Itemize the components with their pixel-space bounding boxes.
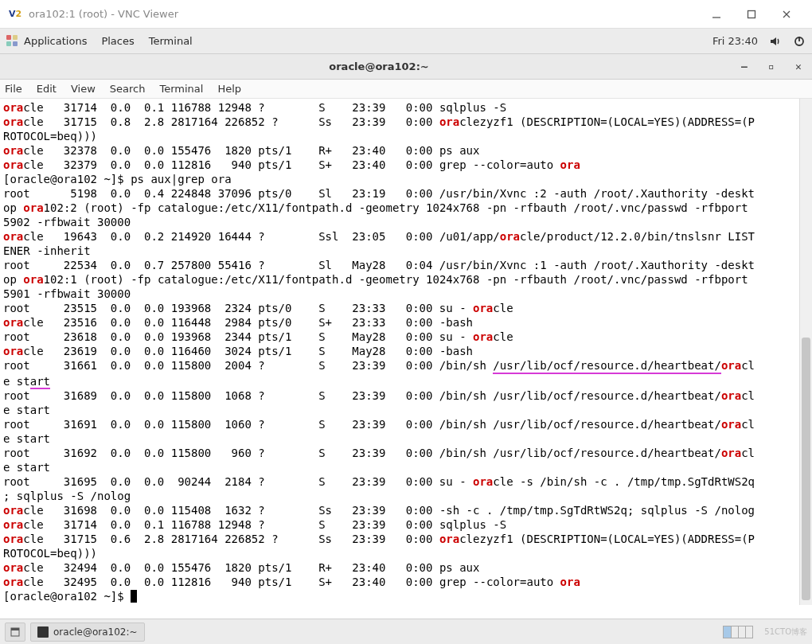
svg-rect-1 xyxy=(748,10,755,18)
gnome-top-panel: Applications Places Terminal Fri 23:40 xyxy=(0,29,812,54)
terminal-line: oracle 31715 0.8 2.8 2817164 226852 ? Ss… xyxy=(3,115,809,129)
terminal-maximize-button[interactable]: ▫ xyxy=(758,54,785,80)
watermark-label: 51CTO博客 xyxy=(764,626,807,638)
terminal-line: [oracle@ora102 ~]$ ps aux|grep ora xyxy=(3,172,809,186)
minimize-button[interactable] xyxy=(699,0,734,29)
terminal-line: ; sqlplus -S /nolog xyxy=(3,489,809,503)
terminal-line: e start xyxy=(3,374,809,388)
terminal-scrollbar[interactable] xyxy=(799,99,812,605)
watermark: 51CTO博客 xyxy=(764,626,807,638)
applications-label: Applications xyxy=(24,35,87,47)
taskbar-item-terminal[interactable]: oracle@ora102:~ xyxy=(30,623,145,642)
vnc-logo-icon: V2 xyxy=(8,7,22,21)
places-menu[interactable]: Places xyxy=(101,35,134,47)
terminal-line: oracle 31698 0.0 0.0 115408 1632 ? Ss 23… xyxy=(3,503,809,517)
terminal-line: root 22534 0.0 0.7 257800 55416 ? Sl May… xyxy=(3,258,809,272)
terminal-line: oracle 19643 0.0 0.2 214920 16444 ? Ssl … xyxy=(3,229,809,244)
terminal-line: oracle 23516 0.0 0.0 116448 2984 pts/0 S… xyxy=(3,315,809,330)
terminal-line: op ora102:1 (root) -fp catalogue:/etc/X1… xyxy=(3,272,809,287)
places-label: Places xyxy=(101,35,134,47)
applications-menu[interactable]: Applications xyxy=(6,35,87,48)
terminal-cursor xyxy=(131,590,137,603)
terminal-menubar: File Edit View Search Terminal Help xyxy=(0,80,812,99)
terminal-line: root 23515 0.0 0.0 193968 2324 pts/0 S 2… xyxy=(3,301,809,315)
terminal-line: oracle 23619 0.0 0.0 116460 3024 pts/1 S… xyxy=(3,344,809,358)
terminal-line: oracle 32379 0.0 0.0 112816 940 pts/1 S+… xyxy=(3,158,809,172)
terminal-line: e start xyxy=(3,403,809,417)
terminal-line: 5901 -rfbwait 30000 xyxy=(3,287,809,301)
terminal-line: ROTOCOL=beq))) xyxy=(3,129,809,143)
terminal-line: e start xyxy=(3,431,809,446)
terminal-line: oracle 31714 0.0 0.1 116788 12948 ? S 23… xyxy=(3,100,809,115)
terminal-line: root 31692 0.0 0.0 115800 960 ? S 23:39 … xyxy=(3,446,809,460)
terminal-line: [oracle@ora102 ~]$ xyxy=(3,589,809,603)
terminal-line: oracle 32378 0.0 0.0 155476 1820 pts/1 R… xyxy=(3,143,809,158)
terminal-titlebar: oracle@ora102:~ — ▫ ✕ xyxy=(0,54,812,80)
volume-icon[interactable] xyxy=(769,35,782,48)
gnome-bottom-panel: oracle@ora102:~ 51CTO博客 xyxy=(0,619,812,644)
terminal-window-title: oracle@ora102:~ xyxy=(27,60,731,72)
terminal-line: root 23618 0.0 0.0 193968 2344 pts/1 S M… xyxy=(3,330,809,344)
terminal-line: oracle 31715 0.6 2.8 2817164 226852 ? Ss… xyxy=(3,532,809,546)
maximize-button[interactable] xyxy=(734,0,769,29)
terminal-icon xyxy=(37,626,49,638)
menu-terminal[interactable]: Terminal xyxy=(159,83,203,95)
menu-help[interactable]: Help xyxy=(217,83,241,95)
menu-file[interactable]: File xyxy=(5,83,22,95)
terminal-line: root 5198 0.0 0.4 224848 37096 pts/0 Sl … xyxy=(3,186,809,201)
menu-edit[interactable]: Edit xyxy=(37,83,57,95)
power-icon[interactable] xyxy=(793,35,806,48)
terminal-line: root 31691 0.0 0.0 115800 1060 ? S 23:39… xyxy=(3,417,809,431)
vnc-titlebar: V2 ora102:1 (root) - VNC Viewer xyxy=(0,0,812,29)
terminal-line: root 31689 0.0 0.0 115800 1068 ? S 23:39… xyxy=(3,388,809,403)
terminal-line: ENER -inherit xyxy=(3,244,809,258)
vnc-window-title: ora102:1 (root) - VNC Viewer xyxy=(29,8,178,20)
terminal-line: 5902 -rfbwait 30000 xyxy=(3,215,809,229)
show-desktop-button[interactable] xyxy=(5,623,25,642)
terminal-line: root 31695 0.0 0.0 90244 2184 ? S 23:39 … xyxy=(3,474,809,489)
svg-rect-7 xyxy=(11,628,19,630)
workspace-switcher[interactable] xyxy=(723,626,753,638)
menu-view[interactable]: View xyxy=(71,83,96,95)
terminal-output[interactable]: oracle 31714 0.0 0.1 116788 12948 ? S 23… xyxy=(0,99,812,605)
terminal-line: e start xyxy=(3,460,809,474)
terminal-line: root 31661 0.0 0.0 115800 2004 ? S 23:39… xyxy=(3,358,809,374)
terminal-line: ROTOCOL=beq))) xyxy=(3,546,809,560)
scrollbar-thumb[interactable] xyxy=(802,338,810,600)
terminal-minimize-button[interactable]: — xyxy=(731,54,758,80)
menu-search[interactable]: Search xyxy=(110,83,146,95)
terminal-close-button[interactable]: ✕ xyxy=(785,54,812,80)
applications-icon xyxy=(6,35,19,48)
taskbar-item-label: oracle@ora102:~ xyxy=(53,626,138,638)
terminal-menu[interactable]: Terminal xyxy=(149,35,193,47)
terminal-line: op ora102:2 (root) -fp catalogue:/etc/X1… xyxy=(3,201,809,215)
terminal-line: oracle 31714 0.0 0.1 116788 12948 ? S 23… xyxy=(3,517,809,532)
close-button[interactable] xyxy=(769,0,804,29)
terminal-line: oracle 32495 0.0 0.0 112816 940 pts/1 S+… xyxy=(3,575,809,589)
terminal-label: Terminal xyxy=(149,35,193,47)
clock-label[interactable]: Fri 23:40 xyxy=(712,35,758,47)
terminal-line: oracle 32494 0.0 0.0 155476 1820 pts/1 R… xyxy=(3,560,809,575)
